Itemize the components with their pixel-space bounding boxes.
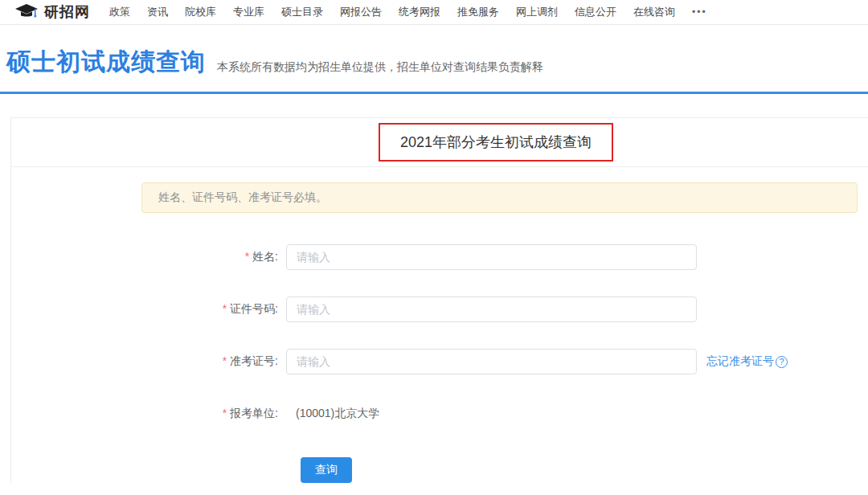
nav-item-online-report-notice[interactable]: 网报公告 <box>340 5 382 19</box>
page-subtitle: 本系统所有数据均为招生单位提供，招生单位对查询结果负责解释 <box>217 60 543 79</box>
nav-item-policy[interactable]: 政策 <box>109 5 130 19</box>
required-mark: * <box>223 302 227 315</box>
nav-item-master-catalog[interactable]: 硕士目录 <box>281 5 323 19</box>
nav-item-info-disclosure[interactable]: 信息公开 <box>575 5 616 19</box>
nav-item-online-consult[interactable]: 在线咨询 <box>633 5 675 19</box>
site-logo[interactable]: 研招网 <box>14 2 90 22</box>
admission-ticket-input[interactable] <box>286 349 697 374</box>
nav-item-more[interactable]: ••• <box>692 6 707 18</box>
card-body: 姓名、证件号码、准考证号必填。 *姓名: *证件号码: *准考证号: 忘记准考证… <box>11 167 868 483</box>
nav-menu: 政策 资讯 院校库 专业库 硕士目录 网报公告 统考网报 推免服务 网上调剂 信… <box>109 5 724 19</box>
nav-item-major-db[interactable]: 专业库 <box>233 5 264 19</box>
alert-text: 姓名、证件号码、准考证号必填。 <box>158 190 327 205</box>
card-heading: 2021年部分考生初试成绩查询 <box>379 123 613 162</box>
nav-item-news[interactable]: 资讯 <box>147 5 168 19</box>
required-mark: * <box>245 250 249 263</box>
help-icon[interactable]: ? <box>776 356 788 368</box>
top-navigation: 研招网 政策 资讯 院校库 专业库 硕士目录 网报公告 统考网报 推免服务 网上… <box>0 0 868 25</box>
required-mark: * <box>223 354 227 367</box>
nav-item-exemption-service[interactable]: 推免服务 <box>457 5 499 19</box>
blue-divider <box>0 92 868 94</box>
form-row-submit: 查询 <box>11 457 868 483</box>
name-label: *姓名: <box>11 250 278 264</box>
nav-item-online-adjustment[interactable]: 网上调剂 <box>516 5 558 19</box>
id-number-input[interactable] <box>286 297 697 322</box>
query-button[interactable]: 查询 <box>301 457 352 483</box>
form-row-name: *姓名: <box>11 244 868 270</box>
unit-value: (10001)北京大学 <box>296 407 379 421</box>
required-fields-alert: 姓名、证件号码、准考证号必填。 <box>141 182 858 213</box>
score-query-form: *姓名: *证件号码: *准考证号: 忘记准考证号? *报考单位: (10001… <box>11 244 868 483</box>
form-row-id-number: *证件号码: <box>11 297 868 322</box>
id-number-label: *证件号码: <box>11 302 278 317</box>
page-title: 硕士初试成绩查询 <box>6 46 206 79</box>
form-row-unit: *报考单位: (10001)北京大学 <box>11 401 868 427</box>
unit-label: *报考单位: <box>11 407 278 421</box>
site-logo-text: 研招网 <box>44 2 90 22</box>
nav-item-school-db[interactable]: 院校库 <box>185 5 216 19</box>
required-mark: * <box>223 407 227 419</box>
admission-ticket-label: *准考证号: <box>11 354 278 369</box>
forgot-ticket-link[interactable]: 忘记准考证号? <box>706 354 788 369</box>
graduation-cap-icon <box>14 4 39 21</box>
page-header: 硕士初试成绩查询 本系统所有数据均为招生单位提供，招生单位对查询结果负责解释 <box>0 25 868 79</box>
name-input[interactable] <box>286 244 697 270</box>
nav-item-unified-exam-report[interactable]: 统考网报 <box>399 5 440 19</box>
form-row-admission-ticket: *准考证号: 忘记准考证号? <box>11 349 868 374</box>
query-card: 2021年部分考生初试成绩查询 姓名、证件号码、准考证号必填。 *姓名: *证件… <box>10 117 868 483</box>
card-header: 2021年部分考生初试成绩查询 <box>11 118 868 167</box>
